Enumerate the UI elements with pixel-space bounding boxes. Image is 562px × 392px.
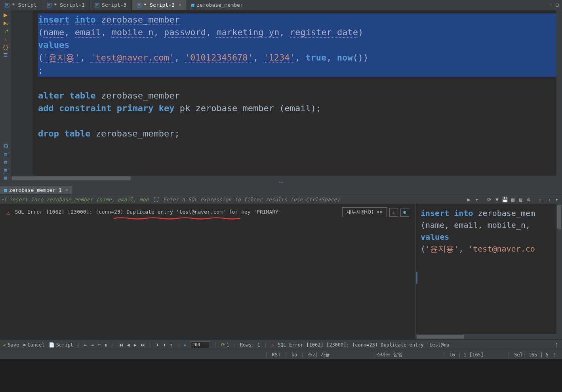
menu-icon[interactable]: ⋮ — [554, 342, 559, 348]
sql-prefix-icon: •T — [2, 197, 7, 202]
preview-code: insert into zerobase_mem(name, email, mo… — [421, 207, 557, 255]
check-icon: ✔ — [3, 342, 6, 348]
preview-vscroll[interactable] — [556, 204, 562, 334]
detail-button[interactable]: 세부사항(D) >> — [342, 207, 387, 217]
error-icon-button[interactable]: ⚠ — [389, 208, 398, 217]
results-body: ⚠ SQL Error [1062] [23000]: (conn=23) Du… — [0, 204, 562, 339]
indent-icon[interactable]: ⇤ — [84, 342, 87, 348]
rows-count: Rows: 1 — [240, 342, 260, 348]
more-icon[interactable]: ▾ — [553, 196, 560, 203]
page-size-input[interactable] — [190, 341, 210, 348]
forward-icon[interactable]: → — [545, 196, 552, 203]
export-icon[interactable]: ⬇ — [156, 342, 159, 348]
error-panel: ⚠ SQL Error [1062] [23000]: (conn=23) Du… — [0, 204, 415, 339]
status-selection: Sel: 165 | 5 — [514, 352, 549, 358]
db-icon[interactable]: ⛁ — [2, 142, 9, 150]
save-icon[interactable]: 💾 — [501, 196, 509, 203]
last-icon[interactable]: ⏭ — [141, 342, 145, 348]
editor-tab-1[interactable]: * Script-1 — [42, 0, 90, 10]
outdent-icon[interactable]: ⇥ — [91, 342, 94, 348]
back-icon[interactable]: ← — [537, 196, 545, 203]
status-insert: 스마트 삽입 — [376, 351, 403, 358]
editor-hscroll[interactable] — [11, 176, 556, 181]
save-action[interactable]: ✔Save — [3, 342, 19, 348]
refresh-icon2: ⟳ — [221, 342, 225, 348]
editor-vscroll[interactable] — [556, 10, 562, 181]
next-icon[interactable]: ▶ — [134, 342, 137, 348]
script-action[interactable]: 📄Script — [49, 342, 73, 348]
error-warning-icon: ⚠ — [6, 209, 10, 216]
run-icon[interactable] — [2, 12, 9, 19]
doc4-icon[interactable]: ▤ — [2, 174, 9, 181]
editor-wrap: insert into zerobase_member(name, email,… — [11, 10, 556, 181]
run-plus-icon[interactable]: + — [2, 20, 9, 27]
bottom-blank — [0, 359, 562, 392]
filter-placeholder-text: Enter a SQL expression to filter results… — [163, 197, 340, 203]
view2-icon[interactable]: ▤ — [517, 196, 524, 203]
doc1-icon[interactable]: ▤ — [2, 150, 9, 157]
play-filter-icon[interactable]: ▶ — [465, 196, 472, 203]
first-icon[interactable]: ⏮ — [118, 342, 123, 348]
window-controls: — ▢ — [549, 2, 559, 8]
maximize-icon[interactable]: ▢ — [556, 2, 559, 8]
sort-icon[interactable]: ⇅ — [105, 342, 107, 348]
status-error-icon: ⚠ — [271, 342, 274, 348]
status-bar: |KST |ko |쓰기 가능 |스마트 삽입 |16 : 1 [165] |S… — [0, 350, 562, 359]
minimize-icon[interactable]: — — [549, 2, 552, 8]
doc3-icon[interactable]: ▤ — [2, 166, 9, 173]
left-toolbar: + ⎇ ⚠ {} ☰ ⛁ ▤ ▤ ▤ ▤ — [0, 10, 11, 181]
editor-tab-2[interactable]: Script-3 — [90, 0, 132, 10]
sql-editor[interactable]: insert into zerobase_member(name, email,… — [11, 10, 556, 176]
view1-icon[interactable]: ▦ — [509, 196, 516, 203]
svg-text:+: + — [6, 23, 8, 26]
main-area: + ⎇ ⚠ {} ☰ ⛁ ▤ ▤ ▤ ▤ insert into zerobas… — [0, 10, 562, 181]
status-position: 16 : 1 [165] — [449, 352, 484, 358]
error-message: SQL Error [1062] [23000]: (conn=23) Dupl… — [15, 209, 282, 215]
close-icon[interactable]: × — [65, 187, 68, 193]
x-icon: ✖ — [23, 342, 26, 348]
doc2-icon[interactable]: ▤ — [2, 158, 9, 165]
refresh-action[interactable]: ⟳1 — [221, 342, 229, 348]
editor-tab-4[interactable]: ▦zerobase_member — [186, 0, 248, 10]
up-icon[interactable]: ↑ — [170, 342, 173, 348]
gutter — [11, 10, 33, 176]
panel-resize-handle[interactable] — [415, 272, 417, 284]
status-lang: ko — [291, 352, 297, 358]
table-icon: ▦ — [4, 187, 7, 193]
editor-tab-0[interactable]: * Script — [0, 0, 42, 10]
expand-icon[interactable]: ⛶ — [153, 197, 158, 203]
preview-panel: insert into zerobase_mem(name, email, mo… — [415, 204, 562, 339]
warning-icon[interactable]: ⚠ — [2, 36, 9, 43]
bracket-icon[interactable]: {} — [2, 44, 9, 51]
align-icon[interactable]: ≡ — [98, 342, 101, 348]
settings-icon[interactable]: ⚙ — [525, 196, 532, 203]
filter-funnel-icon[interactable]: ▼ — [493, 196, 501, 203]
filter-display[interactable]: insert into zerobase_member (name, email… — [7, 197, 465, 203]
fetch-icon[interactable]: ✦ — [183, 342, 186, 348]
preview-hscroll[interactable] — [416, 334, 562, 339]
results-tabs: ▦ zerobase_member 1 × — [0, 185, 562, 195]
status-mode: 쓰기 가능 — [308, 351, 330, 358]
status-tz: KST — [272, 352, 281, 358]
filter-buttons: ▶ ▾ ⟳ ▼ 💾 ▦ ▤ ⚙ ← → ▾ — [465, 196, 560, 203]
import-icon[interactable]: ⬆ — [163, 342, 166, 348]
script-icon: 📄 — [49, 342, 55, 348]
status-error-text: SQL Error [1062] [23000]: (conn=23) Dupl… — [278, 342, 449, 348]
results-tab-1[interactable]: ▦ zerobase_member 1 × — [0, 186, 72, 194]
action-bar: ✔Save ✖Cancel 📄Script | ⇤ ⇥ ≡ ⇅ | ⏮ ◀ ▶ … — [0, 339, 562, 350]
cancel-action[interactable]: ✖Cancel — [23, 342, 45, 348]
history-icon[interactable]: ▾ — [473, 196, 480, 203]
error-underline — [114, 217, 240, 220]
refresh-icon[interactable]: ⟳ — [486, 196, 493, 203]
results-tab-label: zerobase_member 1 — [9, 187, 62, 193]
editor-tab-3[interactable]: * Script-2× — [132, 0, 187, 10]
prev-icon[interactable]: ◀ — [127, 342, 130, 348]
split-handle[interactable]: ⌃⌃ — [0, 181, 562, 185]
filter-bar: •T insert into zerobase_member (name, em… — [0, 195, 562, 204]
list-icon[interactable]: ☰ — [2, 51, 9, 59]
status-menu-icon[interactable]: ⋮ — [552, 352, 557, 358]
target-icon-button[interactable]: ⊕ — [400, 208, 409, 217]
editor-tabs: * Script* Script-1 Script-3* Script-2×▦z… — [0, 0, 562, 10]
error-buttons: 세부사항(D) >> ⚠ ⊕ — [342, 207, 409, 217]
explain-icon[interactable]: ⎇ — [2, 28, 9, 35]
